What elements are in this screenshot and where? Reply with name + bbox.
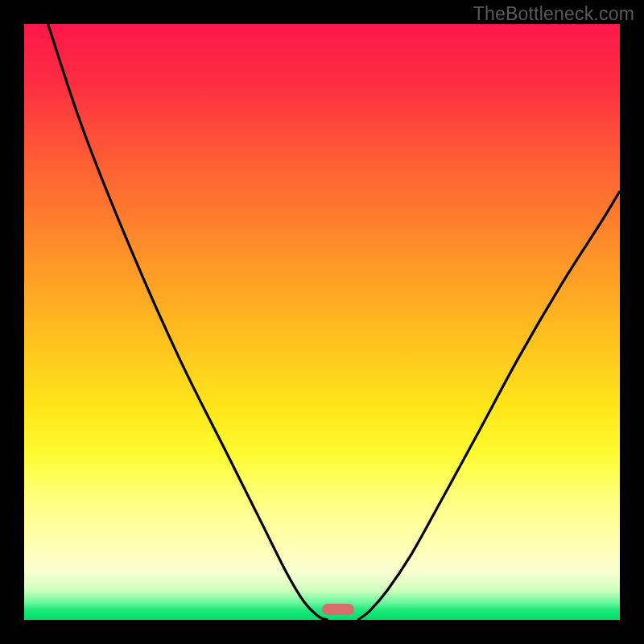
left-curve [48,24,328,620]
right-curve [357,191,620,620]
bottleneck-marker [322,604,354,615]
watermark-text: TheBottleneck.com [473,3,634,25]
chart-frame: TheBottleneck.com [0,0,644,644]
curves-svg [24,24,620,620]
plot-area [24,24,620,620]
